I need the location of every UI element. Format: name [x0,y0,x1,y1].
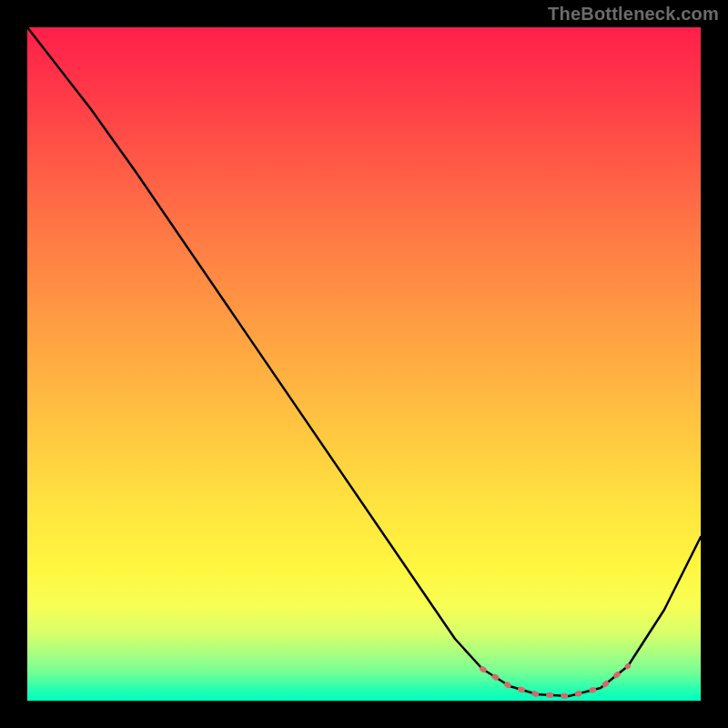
chart-stage: TheBottleneck.com [0,0,728,728]
watermark-text: TheBottleneck.com [548,4,719,25]
bottleneck-curve [27,27,701,696]
plot-area [27,27,701,701]
curve-layer [27,27,701,701]
optimal-range-dots [482,666,628,696]
